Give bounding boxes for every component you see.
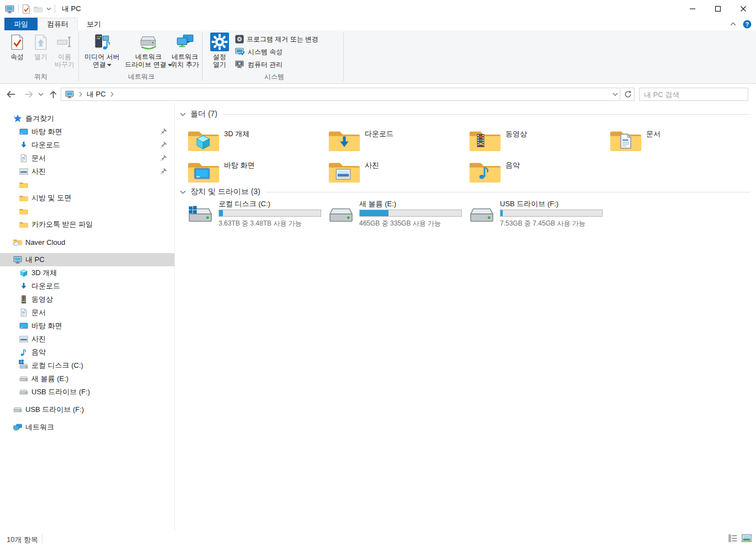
large-icons-view-button[interactable] <box>742 534 752 542</box>
address-bar[interactable]: 내 PC <box>61 88 620 101</box>
sidebar-item-folder[interactable] <box>0 178 174 191</box>
folder-music-icon <box>469 157 501 185</box>
properties-qat-button[interactable] <box>22 4 30 14</box>
add-network-location-icon <box>176 32 194 52</box>
recent-locations-dropdown[interactable] <box>36 88 45 101</box>
group-label-location: 위치 <box>4 72 77 82</box>
forward-button[interactable] <box>22 88 35 101</box>
computer-management-icon <box>235 60 245 69</box>
map-network-drive-button[interactable]: 네트워크드라이브 연결 <box>124 32 173 68</box>
drive-icon <box>13 405 22 414</box>
window-title: 내 PC <box>62 4 81 14</box>
quick-access-toolbar: 내 PC <box>4 0 81 18</box>
uninstall-program-icon <box>235 35 244 44</box>
minimize-button[interactable] <box>680 0 705 18</box>
sidebar-item-documents[interactable]: 문서 <box>0 306 174 319</box>
document-icon <box>19 308 28 317</box>
sidebar-item-folder[interactable] <box>0 205 174 218</box>
group-header-folders[interactable]: 폴더 (7) <box>180 109 750 119</box>
ribbon-tab-strip: 파일 컴퓨터 보기 <box>0 18 756 30</box>
cube-icon <box>19 269 28 277</box>
star-icon <box>13 114 22 123</box>
music-note-icon <box>19 348 28 357</box>
sidebar-item-3d-objects[interactable]: 3D 개체 <box>0 266 174 280</box>
divider <box>223 114 750 115</box>
sidebar-item-usb-drive-root[interactable]: USB 드라이브 (F:) <box>0 403 174 416</box>
group-header-drives[interactable]: 장치 및 드라이브 (3) <box>180 187 750 197</box>
details-view-button[interactable] <box>728 534 737 542</box>
open-button[interactable]: 열기 <box>30 32 52 61</box>
folder-icon <box>19 220 28 229</box>
folder-tile-documents[interactable]: 문서 <box>610 125 746 155</box>
document-icon <box>19 154 28 163</box>
download-icon <box>19 141 28 149</box>
sidebar-item-videos[interactable]: 동영상 <box>0 293 174 306</box>
sidebar-item-pictures[interactable]: 사진 <box>0 333 174 346</box>
back-button[interactable] <box>4 88 18 101</box>
breadcrumb-this-pc[interactable]: 내 PC <box>87 89 106 99</box>
sidebar-item-folder[interactable]: 카카오톡 받은 파일 <box>0 218 174 231</box>
folder-tile-music[interactable]: 음악 <box>469 157 605 186</box>
folder-tile-desktop[interactable]: 바탕 화면 <box>188 157 323 186</box>
sidebar-item-music[interactable]: 음악 <box>0 346 174 359</box>
uninstall-program-button[interactable]: 프로그램 제거 또는 변경 <box>235 34 318 45</box>
tab-computer[interactable]: 컴퓨터 <box>38 18 78 30</box>
maximize-button[interactable] <box>705 0 731 18</box>
sidebar-item-desktop[interactable]: 바탕 화면 <box>0 125 174 138</box>
sidebar-item-local-disk-c[interactable]: 로컬 디스크 (C:) <box>0 359 174 372</box>
add-network-location-button[interactable]: 네트워크위치 추가 <box>169 32 201 68</box>
navigation-pane: 즐겨찾기 바탕 화면 다운로드 문서 사진 <box>0 103 175 530</box>
sidebar-item-downloads[interactable]: 다운로드 <box>0 138 174 152</box>
tab-file[interactable]: 파일 <box>4 18 38 30</box>
sidebar-item-pictures[interactable]: 사진 <box>0 165 174 178</box>
capacity-bar <box>500 210 603 217</box>
computer-management-button[interactable]: 컴퓨터 관리 <box>235 59 283 70</box>
drive-tile-local-disk-c[interactable]: 로컬 디스크 (C:) 3.63TB 중 3.48TB 사용 가능 <box>188 198 326 228</box>
desktop-icon <box>19 321 28 330</box>
folder-tile-videos[interactable]: 동영상 <box>469 125 605 155</box>
up-button[interactable] <box>46 88 60 101</box>
sidebar-item-network[interactable]: 네트워크 <box>0 421 174 434</box>
this-pc-icon <box>4 4 15 14</box>
sidebar-item-this-pc[interactable]: 내 PC <box>0 253 174 266</box>
search-box[interactable] <box>639 88 748 101</box>
properties-button[interactable]: 속성 <box>6 32 29 61</box>
sidebar-item-documents[interactable]: 문서 <box>0 152 174 165</box>
tab-view[interactable]: 보기 <box>78 18 110 30</box>
folder-pictures-icon <box>328 157 360 185</box>
search-input[interactable] <box>640 90 746 99</box>
sidebar-item-usb-drive-f[interactable]: USB 드라이브 (F:) <box>0 385 174 399</box>
sidebar-item-folder[interactable]: 시방 및 도면 <box>0 191 174 205</box>
drive-tile-usb-drive-f[interactable]: USB 드라이브 (F:) 7.53GB 중 7.45GB 사용 가능 <box>469 198 607 228</box>
collapse-ribbon-icon[interactable] <box>730 22 736 26</box>
address-dropdown[interactable] <box>610 88 620 100</box>
chevron-down-icon[interactable] <box>180 190 186 194</box>
qat-customize-dropdown[interactable] <box>46 7 51 10</box>
drive-icon <box>328 205 354 226</box>
folder-tile-downloads[interactable]: 다운로드 <box>328 125 464 155</box>
sidebar-item-downloads[interactable]: 다운로드 <box>0 280 174 293</box>
folder-tile-pictures[interactable]: 사진 <box>328 157 464 186</box>
chevron-down-icon[interactable] <box>180 112 186 116</box>
new-folder-qat-button[interactable] <box>34 5 43 13</box>
close-button[interactable] <box>731 0 756 18</box>
help-icon[interactable] <box>743 20 752 29</box>
sidebar-item-naver-cloud[interactable]: Naver Cloud <box>0 235 174 249</box>
group-label-system: 시스템 <box>206 72 342 82</box>
open-settings-button[interactable]: 설정열기 <box>207 32 232 68</box>
sidebar-item-new-volume-e[interactable]: 새 볼륨 (E:) <box>0 372 174 385</box>
sidebar-item-quick-access[interactable]: 즐겨찾기 <box>0 112 174 125</box>
media-server-button[interactable]: 미디어 서버연결 <box>82 32 123 68</box>
rename-button[interactable]: 이름바꾸기 <box>52 32 77 68</box>
chevron-right-icon[interactable] <box>79 92 82 97</box>
media-server-icon <box>94 32 111 52</box>
folder-tile-3d-objects[interactable]: 3D 개체 <box>188 125 323 155</box>
drive-tile-new-volume-e[interactable]: 새 볼륨 (E:) 465GB 중 335GB 사용 가능 <box>328 198 466 228</box>
system-properties-button[interactable]: 시스템 속성 <box>235 46 283 57</box>
refresh-button[interactable] <box>621 88 635 101</box>
properties-icon <box>10 32 24 52</box>
desktop-icon <box>19 127 28 136</box>
film-icon <box>19 295 28 304</box>
chevron-right-icon[interactable] <box>110 92 114 97</box>
sidebar-item-desktop[interactable]: 바탕 화면 <box>0 319 174 333</box>
